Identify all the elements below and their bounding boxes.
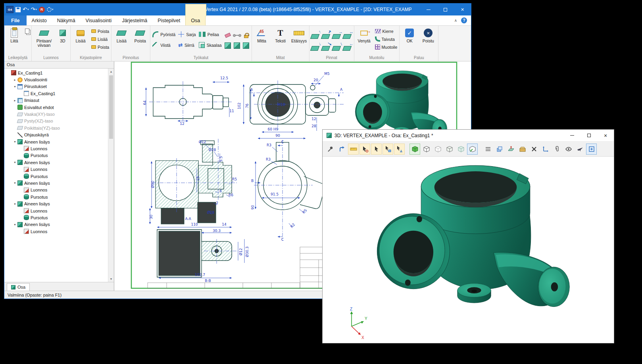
tree-item-poikittais-yz-taso[interactable]: Poikittais(YZ)-taso	[4, 125, 108, 131]
scrollbar-thumb[interactable]	[109, 75, 113, 139]
collapse-arrow-icon[interactable]: ▾	[12, 140, 17, 144]
tree-item-luonnos[interactable]: Luonnos	[4, 187, 108, 193]
model-3d-titlebar[interactable]: 3D: VERTEX_EXAMPLE - Osa: Ex_Casting1 * …	[323, 130, 614, 142]
tree-item-pursotus[interactable]: Pursotus	[4, 193, 108, 200]
sketch-on-face-button[interactable]: Pintaan/ viivaan	[33, 26, 56, 55]
lock-icon[interactable]	[244, 35, 248, 38]
dimension-button[interactable]: 45 Mitta	[253, 26, 271, 55]
redo-caret-icon[interactable]: ▾	[35, 6, 37, 13]
help-icon[interactable]: ?	[461, 17, 467, 23]
move-button[interactable]: ⇄Siirrä	[177, 40, 197, 50]
tree-item-vaaka-xy-taso[interactable]: Vaaka(XY)-taso	[4, 111, 108, 117]
attach-button[interactable]	[552, 144, 562, 155]
view-hidden-button[interactable]	[444, 144, 455, 155]
surface-offset-icon[interactable]: ↑	[311, 32, 320, 39]
view-wire1-button[interactable]	[421, 144, 432, 155]
save-button[interactable]	[15, 7, 21, 12]
paste-button[interactable]: Liitä	[5, 26, 23, 55]
tree-item-pursotus[interactable]: Pursotus	[4, 214, 108, 221]
shell-tool-icon[interactable]	[243, 42, 249, 49]
copy-button[interactable]	[24, 27, 31, 35]
view-wire2-button[interactable]	[432, 144, 443, 155]
expand-arrow-icon[interactable]: ▸	[12, 99, 17, 102]
collapse-arrow-icon[interactable]: ▾	[12, 85, 17, 88]
undo-caret-icon[interactable]: ▾	[27, 6, 29, 13]
sketch-3d-button[interactable]: 3D	[56, 26, 69, 55]
tree-item-pursotus[interactable]: Pursotus	[4, 173, 108, 180]
measure-button[interactable]	[348, 144, 359, 155]
collapse-arrow-icon[interactable]: ▾	[12, 181, 17, 185]
settings-caret-icon[interactable]: ▾	[52, 6, 54, 13]
view-section-button[interactable]	[467, 144, 478, 155]
select-button[interactable]	[371, 144, 382, 155]
surface-trim-icon[interactable]: →	[333, 32, 342, 39]
surface-extend-icon[interactable]: ↗	[322, 32, 331, 39]
drawer-button[interactable]	[517, 144, 528, 155]
tab-osa[interactable]: Osa	[185, 15, 206, 25]
fit-view-button[interactable]	[586, 144, 597, 155]
settings-button[interactable]: ▾	[47, 6, 54, 13]
scroll-up-icon[interactable]: ▲	[108, 69, 114, 75]
tree-item-piirustukset[interactable]: ▾Piirustukset	[4, 83, 108, 90]
library-remove-button[interactable]: Poista	[90, 27, 110, 35]
thread-button[interactable]: Kierre	[374, 27, 399, 35]
select-edge-button[interactable]	[394, 144, 405, 155]
expand-arrow-icon[interactable]: ▸	[12, 78, 17, 82]
erase-icon[interactable]	[225, 33, 231, 38]
view-shaded-button[interactable]	[409, 144, 420, 155]
library-add-button[interactable]: Lisää	[71, 26, 90, 55]
tree-item-luonnos[interactable]: Luonnos	[4, 166, 108, 172]
scroll-down-icon[interactable]: ▼	[108, 276, 114, 282]
mirror-button[interactable]: Peilaa	[198, 29, 223, 39]
tree-item-ex-casting1[interactable]: Ex_Casting1	[4, 69, 108, 76]
chamfer-button[interactable]: Viistä	[151, 40, 177, 50]
tree-item-visualisointi[interactable]: ▸Visualisointi	[4, 76, 108, 83]
surface-thicken-icon[interactable]: ↕	[333, 44, 342, 51]
form-button[interactable]: Muotoile	[374, 43, 399, 51]
view-ghost-button[interactable]	[456, 144, 466, 155]
face-tool-icon[interactable]	[234, 42, 240, 49]
tree-item-luonnos[interactable]: Luonnos	[4, 207, 108, 214]
surface-replace-icon[interactable]: ←	[343, 44, 352, 51]
tree-list-button[interactable]	[482, 144, 493, 155]
collapse-arrow-icon[interactable]: ▾	[12, 223, 17, 226]
surface-delete-icon[interactable]: ↘	[322, 44, 331, 51]
undo-button[interactable]: ↶▾	[23, 6, 29, 13]
plane-button[interactable]	[506, 144, 516, 155]
tree-item-aineen-lis-ys[interactable]: ▾Aineen lisäys	[4, 138, 108, 145]
record-macro-icon[interactable]: R	[39, 7, 45, 13]
tree-item-ex-casting1[interactable]: Ex_Casting1	[4, 90, 108, 97]
tree-item-luonnos[interactable]: Luonnos	[4, 228, 108, 235]
tab-visualisointi[interactable]: Visualisointi	[81, 15, 117, 25]
axes-button[interactable]	[540, 144, 551, 155]
close-button[interactable]: ×	[454, 4, 471, 15]
model-minimize-button[interactable]	[564, 130, 580, 142]
coating-remove-button[interactable]: Poista	[131, 26, 149, 55]
model-maximize-button[interactable]	[580, 130, 597, 142]
delete-button[interactable]	[529, 144, 539, 155]
coating-add-button[interactable]: Lisää	[112, 26, 131, 55]
tree-item-aineen-lis-ys[interactable]: ▾Aineen lisäys	[4, 221, 108, 228]
flyby-button[interactable]	[575, 144, 585, 155]
ok-button[interactable]: ✓ OK	[400, 26, 419, 55]
select-face-button[interactable]	[383, 144, 393, 155]
tab-arkisto[interactable]: Arkisto	[27, 15, 52, 25]
stretch-button[interactable]: Venytä	[355, 26, 373, 55]
orient-button[interactable]	[336, 144, 347, 155]
model-3d-canvas[interactable]: Z Y X	[323, 157, 614, 343]
wireframe-icon[interactable]	[234, 35, 240, 36]
scale-button[interactable]: Skaalaa	[198, 40, 223, 50]
surface-join-icon[interactable]: ↔	[343, 32, 352, 39]
tree-item-ohjausk-yr-[interactable]: Ohjauskäyrä	[4, 132, 108, 138]
tab-pistepilvet[interactable]: Pistepilvet	[152, 15, 185, 25]
collapse-ribbon-icon[interactable]: ∧	[454, 18, 457, 23]
layers-button[interactable]	[494, 144, 505, 155]
tree-item-ilmiasut[interactable]: ▸Ilmiasut	[4, 97, 108, 104]
model-close-button[interactable]: ×	[597, 130, 614, 142]
tree-item-luonnos[interactable]: Luonnos	[4, 145, 108, 152]
casting-part-3d[interactable]	[377, 165, 569, 307]
solid-tool-icon[interactable]	[225, 42, 231, 49]
select-point-button[interactable]	[359, 144, 370, 155]
tree-item-pysty-xz-taso[interactable]: Pysty(XZ)-taso	[4, 118, 108, 125]
collapse-arrow-icon[interactable]: ▾	[12, 161, 17, 164]
